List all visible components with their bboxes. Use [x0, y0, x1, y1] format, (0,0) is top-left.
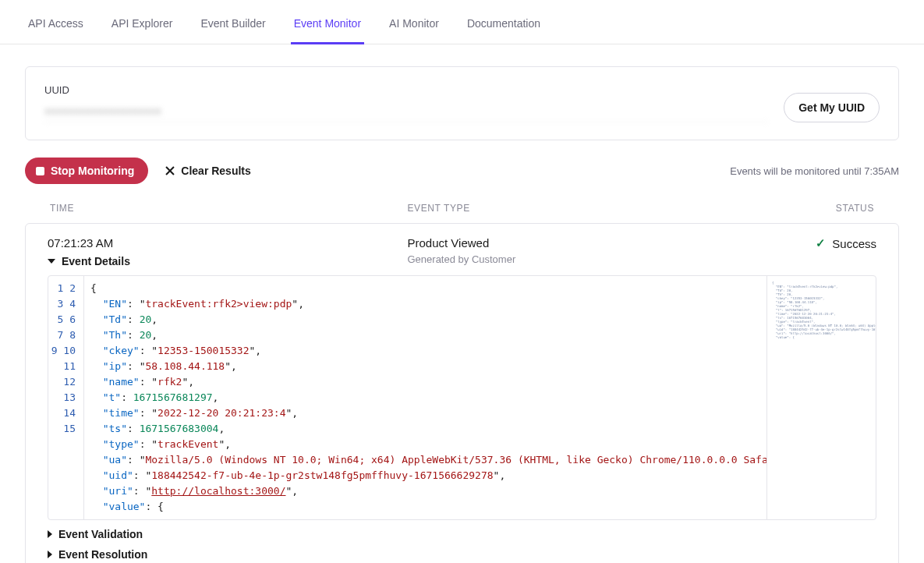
monitored-until-text: Events will be monitored until 7:35AM [730, 165, 899, 177]
event-resolution-toggle[interactable]: Event Resolution [48, 548, 876, 561]
tab-event-monitor[interactable]: Event Monitor [291, 0, 364, 44]
tab-api-access[interactable]: API Access [25, 0, 87, 44]
code-minimap[interactable]: { "EN": "trackEvent:rfk2>view:pdp", "Td"… [766, 276, 876, 519]
nav-tabs: API AccessAPI ExplorerEvent BuilderEvent… [0, 0, 924, 44]
clear-results-label: Clear Results [181, 165, 250, 177]
event-validation-toggle[interactable]: Event Validation [48, 528, 876, 540]
code-gutter: 1 2 3 4 5 6 7 8 9 10 11 12 13 14 15 [48, 276, 84, 519]
caret-right-icon [48, 530, 52, 538]
tab-documentation[interactable]: Documentation [464, 0, 543, 44]
tab-ai-monitor[interactable]: AI Monitor [386, 0, 442, 44]
code-content[interactable]: { "EN": "trackEvent:rfk2>view:pdp", "Td"… [48, 276, 766, 519]
generated-by: Generated by Customer [408, 253, 768, 267]
get-uuid-button[interactable]: Get My UUID [784, 93, 880, 122]
close-icon [165, 166, 175, 175]
stop-icon [36, 167, 44, 175]
action-bar: Stop Monitoring Clear Results Events wil… [25, 158, 899, 184]
event-time: 07:21:23 AM [48, 236, 408, 250]
check-icon: ✓ [816, 236, 826, 250]
uuid-card: UUID xxxxxxxxxxxxxxxxxxxx Get My UUID [25, 66, 899, 140]
event-validation-label: Event Validation [58, 528, 143, 540]
table-header: TIME EVENT TYPE STATUS [25, 203, 899, 223]
tab-event-builder[interactable]: Event Builder [197, 0, 268, 44]
clear-results-button[interactable]: Clear Results [162, 160, 253, 182]
stop-monitoring-button[interactable]: Stop Monitoring [25, 158, 148, 184]
caret-down-icon [48, 259, 55, 264]
tab-api-explorer[interactable]: API Explorer [108, 0, 176, 44]
uuid-label: UUID [44, 84, 768, 96]
code-editor: 1 2 3 4 5 6 7 8 9 10 11 12 13 14 15 { "E… [48, 275, 876, 520]
event-details-label: Event Details [62, 255, 130, 267]
event-resolution-label: Event Resolution [58, 548, 147, 561]
col-time: TIME [50, 203, 408, 214]
event-details-toggle[interactable]: Event Details [48, 255, 408, 267]
status-text: Success [832, 237, 876, 250]
stop-monitoring-label: Stop Monitoring [51, 165, 134, 177]
caret-right-icon [48, 551, 52, 558]
table-row: 07:21:23 AM Product Viewed ✓ Success Eve… [25, 223, 899, 563]
events-table: TIME EVENT TYPE STATUS 07:21:23 AM Produ… [25, 203, 899, 563]
event-status: ✓ Success [767, 236, 876, 250]
col-status: STATUS [765, 203, 874, 214]
uuid-value: xxxxxxxxxxxxxxxxxxxx [44, 104, 768, 122]
event-type: Product Viewed [408, 236, 768, 250]
col-event-type: EVENT TYPE [408, 203, 766, 214]
